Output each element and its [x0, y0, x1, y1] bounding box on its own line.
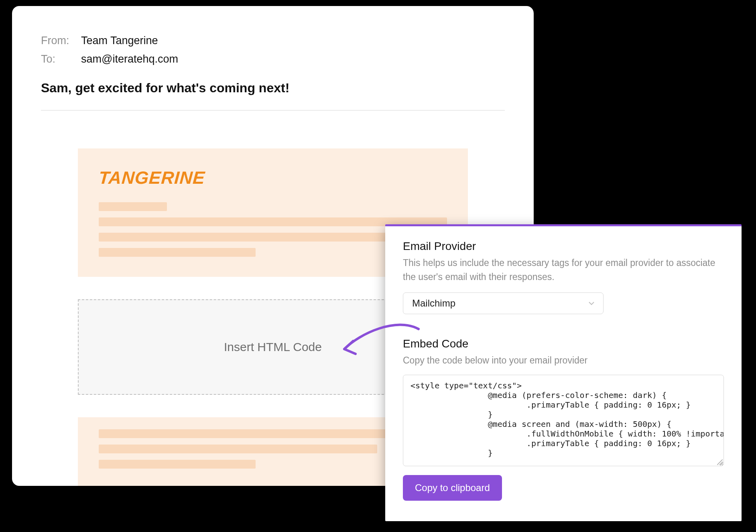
email-provider-select[interactable]: Mailchimp — [403, 292, 604, 314]
text-placeholder — [99, 248, 256, 257]
embed-code-title: Embed Code — [403, 337, 724, 350]
email-to-row: To: sam@iteratehq.com — [41, 50, 505, 69]
to-label: To: — [41, 50, 74, 69]
email-from-row: From: Team Tangerine — [41, 32, 505, 50]
email-divider — [41, 110, 505, 111]
embed-code-textarea[interactable]: <style type="text/css"> @media (prefers-… — [403, 375, 724, 466]
copy-to-clipboard-button[interactable]: Copy to clipboard — [403, 475, 502, 501]
text-placeholder — [99, 445, 377, 453]
email-provider-title: Email Provider — [403, 240, 724, 253]
email-provider-description: This helps us include the necessary tags… — [403, 256, 724, 284]
from-value: Team Tangerine — [81, 32, 158, 50]
email-provider-section: Email Provider This helps us include the… — [403, 240, 724, 314]
brand-logo-text: TANGERINE — [98, 168, 205, 188]
email-provider-selected-value: Mailchimp — [412, 298, 455, 309]
text-placeholder — [99, 202, 167, 211]
email-subject: Sam, get excited for what's coming next! — [41, 81, 505, 95]
to-value: sam@iteratehq.com — [81, 50, 178, 69]
embed-code-description: Copy the code below into your email prov… — [403, 353, 724, 368]
text-placeholder — [99, 460, 256, 469]
embed-settings-panel: Email Provider This helps us include the… — [385, 224, 742, 521]
dropzone-label: Insert HTML Code — [224, 340, 322, 354]
chevron-down-icon — [589, 300, 594, 307]
from-label: From: — [41, 32, 74, 50]
embed-code-section: Embed Code Copy the code below into your… — [403, 337, 724, 501]
